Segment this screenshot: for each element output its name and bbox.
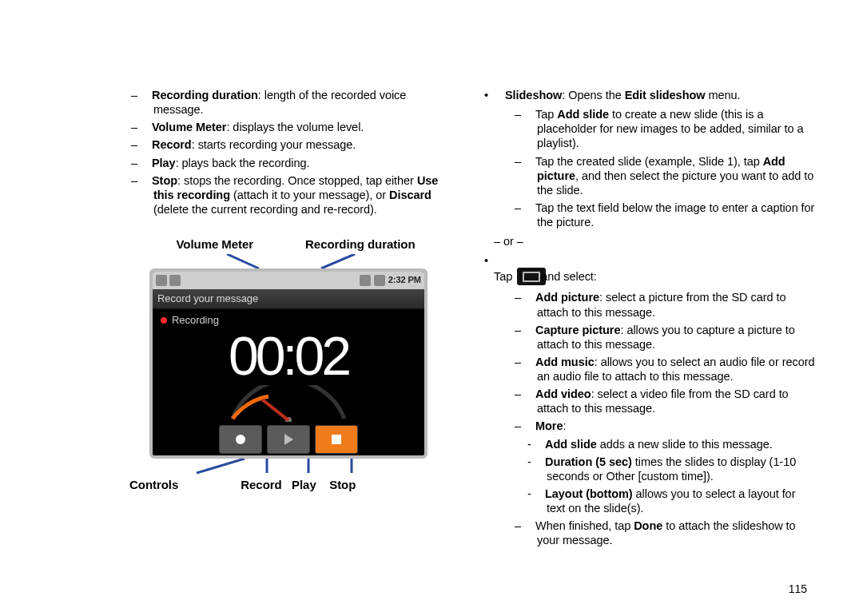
stop-button[interactable] <box>315 425 358 454</box>
page-number: 115 <box>789 582 807 595</box>
clock-text: 2:32 PM <box>388 275 421 286</box>
label-record: Record <box>241 478 281 491</box>
svg-line-3 <box>262 399 288 420</box>
record-dot-icon <box>161 317 167 324</box>
slideshow-line: Slideshow: Opens the Edit slideshow menu… <box>494 88 815 102</box>
phone-screen: 2:32 PM Record your message Recording 00… <box>149 268 428 459</box>
status-bar: 2:32 PM <box>153 272 424 289</box>
svg-line-1 <box>321 254 355 268</box>
play-button[interactable] <box>267 425 310 454</box>
volume-gauge <box>221 385 356 422</box>
battery-icon <box>374 275 385 286</box>
record-title-bar: Record your message <box>153 289 424 309</box>
left-definitions-list: Recording duration: length of the record… <box>128 88 449 217</box>
or-separator: – or – <box>494 234 815 248</box>
label-stop: Stop <box>329 478 356 491</box>
play-icon <box>284 434 293 445</box>
record-button[interactable] <box>219 425 262 454</box>
label-controls: Controls <box>129 478 178 493</box>
controls-row <box>153 425 424 454</box>
svg-line-4 <box>197 459 245 473</box>
record-icon <box>236 435 245 444</box>
status-icon <box>169 275 181 286</box>
status-icon <box>156 275 167 286</box>
tap-menu-line: Tap and select: <box>494 253 815 285</box>
svg-line-0 <box>227 254 259 268</box>
label-recording-duration: Recording duration <box>305 237 415 252</box>
recorder-screenshot: Volume Meter Recording duration 2:32 PM … <box>128 237 449 493</box>
timer-display: 00:02 <box>153 322 424 390</box>
label-play: Play <box>292 478 316 491</box>
signal-icon <box>360 275 371 286</box>
label-volume-meter: Volume Meter <box>176 237 253 252</box>
stop-icon <box>332 435 341 444</box>
